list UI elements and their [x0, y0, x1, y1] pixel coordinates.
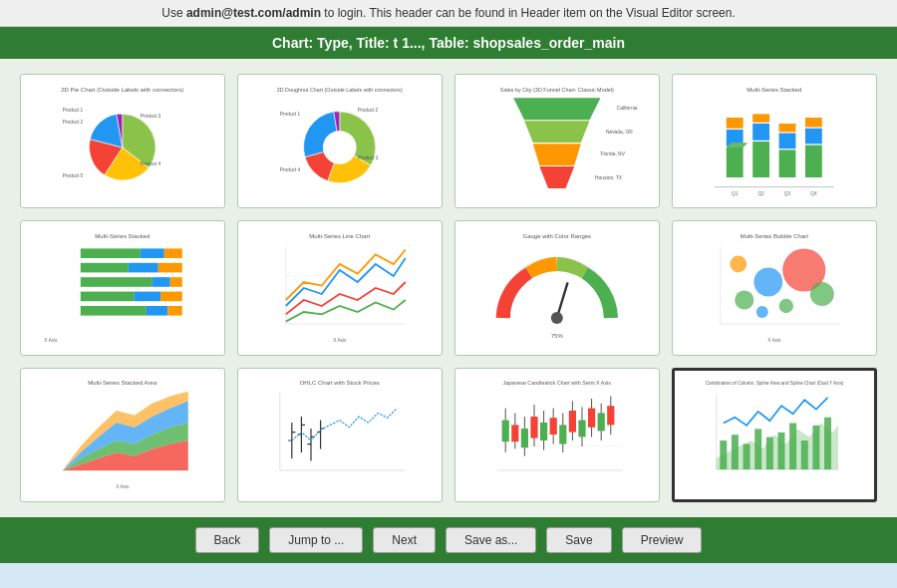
- svg-text:Product 1: Product 1: [63, 108, 84, 113]
- svg-text:Combination of Column, Spline : Combination of Column, Spline Area and S…: [706, 381, 844, 386]
- svg-text:2D Doughnut Chart (Outside Lab: 2D Doughnut Chart (Outside Labels with c…: [277, 86, 403, 92]
- svg-rect-33: [805, 128, 822, 144]
- svg-point-7: [323, 131, 357, 164]
- chart-card-9[interactable]: Multi-Series Stacked Area X Axis: [20, 368, 225, 502]
- svg-rect-55: [168, 306, 182, 316]
- svg-rect-29: [779, 149, 796, 177]
- svg-rect-44: [81, 263, 129, 273]
- top-bar: Use admin@test.com/admin to login. This …: [0, 0, 897, 27]
- svg-rect-45: [129, 263, 158, 273]
- svg-rect-107: [511, 426, 518, 442]
- save-as-button[interactable]: Save as...: [446, 527, 536, 553]
- svg-marker-13: [513, 98, 600, 120]
- svg-rect-30: [779, 133, 796, 148]
- svg-line-64: [557, 278, 569, 318]
- back-button[interactable]: Back: [195, 527, 260, 553]
- svg-rect-32: [805, 145, 822, 176]
- svg-text:Nevada, OR: Nevada, OR: [606, 130, 633, 135]
- svg-rect-119: [569, 411, 576, 433]
- svg-rect-46: [158, 263, 182, 273]
- svg-text:X Axis: X Axis: [116, 484, 130, 489]
- save-button[interactable]: Save: [546, 527, 611, 553]
- svg-text:Q2: Q2: [758, 191, 765, 196]
- header-bar: Chart: Type, Title: t 1..., Table: shops…: [0, 27, 897, 59]
- chart-card-1[interactable]: 2D Pie Chart (Outside Labels with connec…: [20, 74, 225, 208]
- top-bar-text: Use admin@test.com/admin to login. This …: [161, 6, 736, 20]
- svg-rect-43: [164, 248, 182, 258]
- chart-card-2[interactable]: 2D Doughnut Chart (Outside Labels with c…: [237, 74, 443, 208]
- svg-rect-125: [598, 414, 605, 432]
- svg-rect-31: [779, 124, 796, 132]
- chart-card-5[interactable]: Multi-Series Stacked X Axis: [20, 220, 225, 355]
- svg-text:Multi-Series Line Chart: Multi-Series Line Chart: [310, 233, 371, 239]
- svg-rect-47: [81, 277, 152, 287]
- svg-rect-51: [135, 292, 160, 302]
- svg-text:Product 2: Product 2: [358, 108, 379, 113]
- svg-rect-139: [777, 433, 784, 469]
- svg-rect-143: [824, 418, 831, 469]
- svg-rect-26: [752, 142, 769, 177]
- svg-rect-105: [502, 421, 509, 442]
- svg-text:X Axis: X Axis: [767, 338, 781, 343]
- svg-rect-134: [720, 441, 727, 469]
- svg-text:75%: 75%: [551, 333, 564, 339]
- svg-text:Product 1: Product 1: [280, 111, 301, 116]
- svg-point-72: [779, 299, 793, 313]
- chart-card-4[interactable]: Multi-Series Stacked: [672, 74, 877, 208]
- svg-rect-135: [732, 435, 739, 469]
- svg-rect-113: [540, 423, 547, 441]
- svg-text:Japanese Candlestick Chart wit: Japanese Candlestick Chart with Semi X A…: [503, 380, 612, 386]
- svg-rect-49: [170, 277, 182, 287]
- svg-rect-50: [81, 292, 135, 302]
- svg-rect-109: [521, 429, 528, 447]
- svg-text:Houston, TX: Houston, TX: [595, 175, 623, 180]
- svg-marker-16: [540, 166, 575, 188]
- svg-rect-138: [766, 438, 773, 470]
- svg-text:Multi-Series Stacked Area: Multi-Series Stacked Area: [89, 380, 158, 386]
- svg-rect-140: [789, 424, 796, 470]
- svg-text:Product 4: Product 4: [141, 161, 161, 166]
- svg-text:X Axis: X Axis: [44, 338, 58, 343]
- chart-card-12[interactable]: Combination of Column, Spline Area and S…: [672, 368, 877, 502]
- svg-rect-136: [744, 444, 750, 470]
- chart-card-11[interactable]: Japanese Candlestick Chart with Semi X A…: [454, 368, 660, 502]
- svg-text:Product 2: Product 2: [63, 120, 84, 125]
- svg-rect-28: [752, 114, 769, 122]
- svg-text:Product 5: Product 5: [63, 173, 84, 178]
- chart-card-10[interactable]: OHLC Chart with Stock Prices: [237, 368, 443, 502]
- svg-point-75: [810, 282, 834, 306]
- header-title: Chart: Type, Title: t 1..., Table: shops…: [272, 35, 625, 51]
- svg-rect-34: [805, 118, 822, 128]
- svg-rect-117: [559, 426, 566, 444]
- chart-card-7[interactable]: Gauge with Color Ranges 75%: [454, 220, 660, 355]
- svg-text:Q4: Q4: [810, 191, 817, 196]
- next-button[interactable]: Next: [373, 527, 436, 553]
- svg-text:Multi-Series Stacked: Multi-Series Stacked: [748, 86, 802, 92]
- svg-text:Florida, NV: Florida, NV: [601, 151, 626, 156]
- svg-text:Q3: Q3: [784, 191, 791, 196]
- svg-rect-115: [550, 419, 557, 436]
- svg-rect-22: [727, 147, 744, 177]
- svg-marker-14: [524, 121, 589, 143]
- svg-point-65: [551, 312, 563, 324]
- svg-point-71: [754, 268, 783, 297]
- svg-rect-41: [81, 248, 141, 258]
- svg-text:Product 3: Product 3: [358, 155, 379, 160]
- svg-text:Product 4: Product 4: [280, 167, 301, 172]
- svg-point-76: [731, 256, 748, 273]
- preview-button[interactable]: Preview: [622, 527, 703, 553]
- svg-text:2D Pie Chart (Outside Labels w: 2D Pie Chart (Outside Labels with connec…: [61, 86, 183, 92]
- chart-card-8[interactable]: Multi-Series Bubble Chart X Axis: [672, 220, 877, 355]
- svg-text:Sales by City (3D Funnel Chart: Sales by City (3D Funnel Chart- Classic …: [500, 86, 614, 92]
- jump-to-button[interactable]: Jump to ...: [269, 527, 363, 553]
- svg-rect-52: [160, 292, 182, 302]
- svg-rect-27: [752, 124, 769, 141]
- chart-card-6[interactable]: Multi-Series Line Chart X Axis: [237, 220, 443, 355]
- svg-rect-42: [141, 248, 164, 258]
- svg-marker-15: [533, 144, 581, 165]
- chart-card-3[interactable]: Sales by City (3D Funnel Chart- Classic …: [454, 74, 660, 208]
- svg-text:Gauge with Color Ranges: Gauge with Color Ranges: [523, 233, 592, 239]
- svg-rect-53: [81, 306, 147, 316]
- svg-text:OHLC Chart with Stock Prices: OHLC Chart with Stock Prices: [300, 380, 380, 386]
- svg-rect-48: [152, 277, 170, 287]
